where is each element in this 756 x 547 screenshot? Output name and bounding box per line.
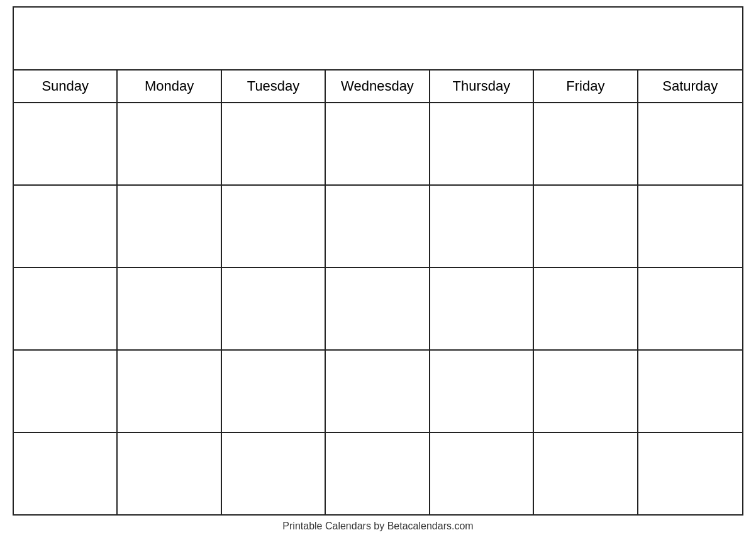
week3-friday[interactable] (534, 268, 638, 349)
week2-monday[interactable] (118, 186, 221, 267)
week3-sunday[interactable] (14, 268, 118, 349)
week5-thursday[interactable] (430, 433, 534, 514)
header-friday: Friday (534, 70, 638, 102)
header-thursday: Thursday (430, 70, 534, 102)
week4-wednesday[interactable] (326, 351, 430, 432)
week-row-5 (14, 433, 742, 514)
week2-tuesday[interactable] (222, 186, 326, 267)
week5-saturday[interactable] (638, 433, 742, 514)
header-wednesday: Wednesday (326, 70, 430, 102)
header-tuesday: Tuesday (222, 70, 326, 102)
week-row-2 (14, 186, 742, 268)
week1-thursday[interactable] (430, 103, 534, 184)
calendar-container: Sunday Monday Tuesday Wednesday Thursday… (13, 6, 743, 516)
week3-monday[interactable] (118, 268, 221, 349)
week-row-3 (14, 268, 742, 351)
week-row-1 (14, 103, 742, 186)
page-wrapper: Sunday Monday Tuesday Wednesday Thursday… (0, 0, 756, 547)
calendar-header-row: Sunday Monday Tuesday Wednesday Thursday… (14, 70, 742, 103)
week4-saturday[interactable] (638, 351, 742, 432)
week-row-4 (14, 351, 742, 433)
week3-wednesday[interactable] (326, 268, 430, 349)
header-saturday: Saturday (638, 70, 742, 102)
week2-friday[interactable] (534, 186, 638, 267)
week3-saturday[interactable] (638, 268, 742, 349)
week1-friday[interactable] (534, 103, 638, 184)
week2-sunday[interactable] (14, 186, 118, 267)
week2-thursday[interactable] (430, 186, 534, 267)
week1-wednesday[interactable] (326, 103, 430, 184)
week3-tuesday[interactable] (222, 268, 326, 349)
week4-thursday[interactable] (430, 351, 534, 432)
week1-tuesday[interactable] (222, 103, 326, 184)
week5-wednesday[interactable] (326, 433, 430, 514)
week1-sunday[interactable] (14, 103, 118, 184)
week5-friday[interactable] (534, 433, 638, 514)
week1-monday[interactable] (118, 103, 221, 184)
week4-monday[interactable] (118, 351, 221, 432)
week4-sunday[interactable] (14, 351, 118, 432)
calendar-footer: Printable Calendars by Betacalendars.com (282, 516, 473, 534)
week3-thursday[interactable] (430, 268, 534, 349)
week4-friday[interactable] (534, 351, 638, 432)
week5-monday[interactable] (118, 433, 221, 514)
week1-saturday[interactable] (638, 103, 742, 184)
week5-sunday[interactable] (14, 433, 118, 514)
week4-tuesday[interactable] (222, 351, 326, 432)
header-monday: Monday (118, 70, 221, 102)
header-sunday: Sunday (14, 70, 118, 102)
week2-saturday[interactable] (638, 186, 742, 267)
calendar-body (14, 103, 742, 514)
week2-wednesday[interactable] (326, 186, 430, 267)
week5-tuesday[interactable] (222, 433, 326, 514)
calendar-title-row (14, 8, 742, 70)
